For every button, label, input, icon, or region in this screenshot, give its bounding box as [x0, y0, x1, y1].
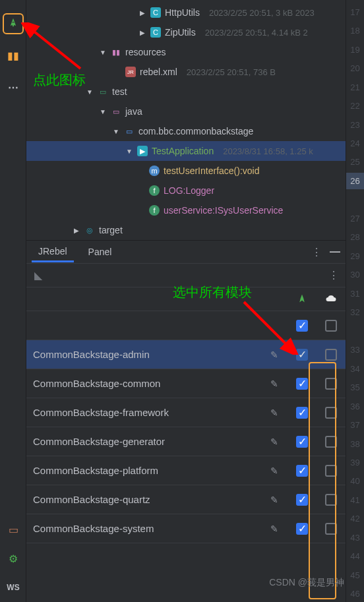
edit-pencil-icon[interactable]: ✎: [270, 349, 278, 360]
line-number: 20: [350, 60, 359, 76]
line-number: 34: [350, 361, 359, 376]
ws-icon[interactable]: WS: [3, 577, 24, 598]
module-row[interactable]: CommonBackstage-common✎✓: [26, 369, 346, 398]
tree-row-httputils[interactable]: ▶ C HttpUtils 2023/2/25 20:51, 3 kB 2023: [26, 3, 346, 22]
tree-row-rebelxml[interactable]: JR rebel.xml 2023/2/25 20:51, 736 B: [26, 62, 346, 82]
line-number: 36: [350, 398, 359, 414]
tree-row-test[interactable]: ▼ ▭ test: [26, 82, 346, 102]
settings-gear-icon[interactable]: ⚙: [3, 548, 24, 569]
tree-row-package[interactable]: ▼ ▭ com.bbc.commonbackstage: [26, 121, 346, 141]
edit-pencil-icon[interactable]: ✎: [270, 495, 278, 505]
chevron-down-icon[interactable]: ▼: [86, 88, 94, 96]
module-row[interactable]: CommonBackstage-admin✎✓: [26, 340, 346, 369]
structure-tool-icon[interactable]: ▮▮: [3, 45, 24, 66]
tree-label: test: [112, 86, 127, 97]
cloud-checkbox[interactable]: [325, 465, 337, 477]
line-number: 35: [350, 379, 359, 395]
line-number: 17: [350, 4, 359, 20]
jrebel-column-icon[interactable]: [288, 287, 317, 311]
chevron-down-icon[interactable]: ▼: [99, 49, 107, 56]
tree-label: LOG:Logger: [164, 185, 214, 196]
module-row[interactable]: CommonBackstage-framework✎✓: [26, 398, 346, 427]
cloud-checkbox[interactable]: [325, 407, 337, 419]
cloud-checkbox[interactable]: [325, 436, 337, 448]
cloud-checkbox[interactable]: [325, 320, 337, 332]
cloud-checkbox[interactable]: [325, 523, 337, 535]
java-folder-icon: ▭: [111, 106, 121, 117]
tree-label: com.bbc.commonbackstage: [138, 126, 253, 136]
chevron-down-icon[interactable]: ▼: [112, 128, 120, 135]
minimize-icon[interactable]: —: [330, 246, 340, 258]
tree-row-resources[interactable]: ▼ ▮▮ resources: [26, 42, 346, 62]
class-icon: C: [150, 27, 161, 38]
module-row[interactable]: CommonBackstage-platform✎✓: [26, 456, 346, 485]
tree-row-field-log[interactable]: f LOG:Logger: [26, 181, 346, 200]
more-options-icon[interactable]: ⋮: [311, 246, 320, 258]
chevron-right-icon[interactable]: ▶: [138, 29, 146, 36]
chevron-right-icon[interactable]: ▶: [73, 227, 80, 234]
module-row[interactable]: CommonBackstage-quartz✎✓: [26, 485, 346, 514]
xml-file-icon: JR: [125, 67, 136, 77]
line-number: 28: [350, 229, 359, 245]
tree-row-target[interactable]: ▶ ◎ target: [26, 220, 346, 240]
edit-pencil-icon[interactable]: ✎: [270, 407, 278, 418]
module-row[interactable]: ✓: [26, 311, 346, 340]
jrebel-checkbox[interactable]: ✓: [296, 407, 308, 419]
module-name: CommonBackstage-quartz: [26, 494, 261, 505]
tree-row-ziputils[interactable]: ▶ C ZipUtils 2023/2/25 20:51, 4.14 kB 2: [26, 22, 346, 42]
jrebel-checkbox[interactable]: ✓: [296, 465, 308, 477]
line-number: 40: [350, 473, 359, 489]
line-number: 44: [350, 549, 359, 564]
tree-row-testapp[interactable]: ▼ ▶ TestApplication 2023/8/31 16:58, 1.2…: [26, 141, 346, 161]
tree-label: java: [125, 106, 142, 117]
tree-row-method[interactable]: m testUserInterface():void: [26, 161, 346, 181]
edit-pencil-icon[interactable]: ✎: [270, 524, 278, 534]
line-number: 22: [350, 98, 359, 113]
line-number: 42: [350, 511, 359, 527]
more-tool-icon[interactable]: ⋯: [3, 76, 24, 98]
cloud-column-icon[interactable]: [317, 287, 346, 311]
line-number: 39: [350, 454, 359, 470]
chevron-down-icon[interactable]: ▼: [125, 148, 133, 155]
line-number: 41: [350, 492, 359, 508]
terminal-icon[interactable]: ▭: [3, 519, 24, 540]
line-number: 31: [350, 286, 359, 301]
tree-row-java[interactable]: ▼ ▭ java: [26, 102, 346, 121]
line-number: 25: [350, 154, 359, 170]
tree-row-field-us[interactable]: f userService:ISysUserService: [26, 200, 346, 220]
cloud-checkbox[interactable]: [325, 494, 337, 506]
main-area: ▶ C HttpUtils 2023/2/25 20:51, 3 kB 2023…: [26, 0, 346, 602]
edit-pencil-icon[interactable]: ✎: [270, 436, 278, 447]
jrebel-checkbox[interactable]: ✓: [296, 436, 308, 448]
tree-meta: 2023/8/31 16:58, 1.25 k: [223, 146, 313, 156]
tab-panel[interactable]: Panel: [82, 243, 119, 261]
cloud-checkbox[interactable]: [325, 378, 337, 390]
tree-label: ZipUtils: [165, 27, 196, 38]
tree-label: resources: [125, 47, 166, 57]
panel-more-icon[interactable]: ⋮: [328, 269, 338, 282]
field-icon: f: [149, 205, 160, 216]
grey-rocket-icon[interactable]: ◣: [34, 269, 42, 282]
jrebel-checkbox[interactable]: ✓: [296, 523, 308, 535]
line-number: 27: [350, 210, 359, 226]
tab-jrebel[interactable]: JRebel: [32, 242, 74, 262]
project-tree[interactable]: ▶ C HttpUtils 2023/2/25 20:51, 3 kB 2023…: [26, 0, 346, 240]
module-row[interactable]: CommonBackstage-generator✎✓: [26, 427, 346, 456]
module-name: CommonBackstage-common: [26, 378, 261, 389]
tree-meta: 2023/2/25 20:51, 4.14 kB 2: [205, 28, 308, 38]
cloud-checkbox[interactable]: [325, 349, 337, 361]
edit-pencil-icon[interactable]: ✎: [270, 378, 278, 389]
module-name: CommonBackstage-admin: [26, 349, 261, 360]
jrebel-tool-icon[interactable]: [3, 13, 24, 34]
edit-pencil-icon[interactable]: ✎: [270, 466, 278, 476]
line-number: 46: [350, 586, 359, 602]
chevron-right-icon[interactable]: ▶: [138, 9, 146, 16]
jrebel-checkbox[interactable]: ✓: [296, 320, 308, 332]
chevron-down-icon[interactable]: ▼: [99, 108, 107, 115]
jrebel-checkbox[interactable]: ✓: [296, 494, 308, 506]
jrebel-checkbox[interactable]: ✓: [296, 378, 308, 390]
jrebel-checkbox[interactable]: ✓: [296, 349, 308, 361]
module-row[interactable]: CommonBackstage-system✎✓: [26, 514, 346, 543]
line-number: 21: [350, 79, 359, 95]
module-name: CommonBackstage-system: [26, 523, 261, 534]
